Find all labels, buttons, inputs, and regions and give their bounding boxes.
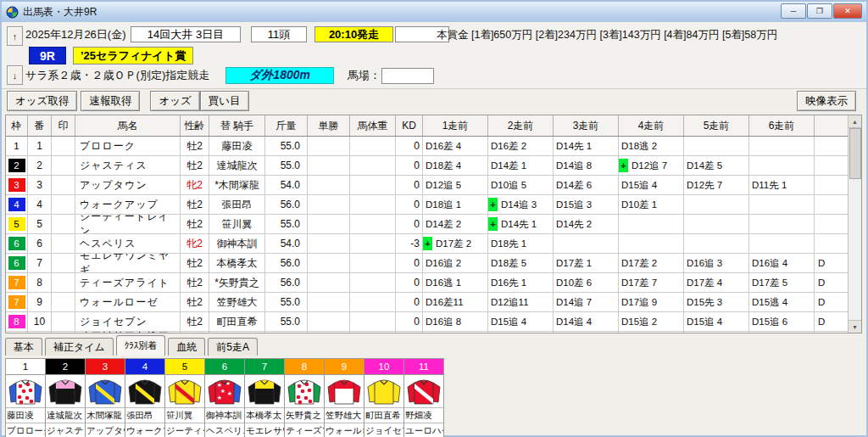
jockey-cell[interactable]: 町田直希 (209, 312, 265, 331)
jockey-cell[interactable]: 笹川翼 (209, 215, 265, 233)
past-run-cell-7[interactable]: D (815, 273, 849, 292)
silk-cell[interactable]: 9笠野雄大ウォールローゼ (324, 358, 364, 437)
past-run-cell-6[interactable] (749, 215, 815, 233)
past-run-cell-6[interactable] (749, 332, 815, 333)
past-run-cell-4[interactable]: +D12追 7 (619, 156, 684, 175)
horse-name-cell[interactable]: ジーティートレイン (75, 215, 181, 233)
past-run-cell-1[interactable]: D18先 7 (423, 332, 488, 333)
horse-name-cell[interactable]: ジョイセブン (75, 312, 181, 331)
table-row[interactable]: 811ユーロハートビート牡2*野畑凌55.00D18先 7D16追15D16先 … (6, 332, 861, 333)
past-run-cell-5[interactable]: D12先 7 (684, 176, 749, 194)
past-run-cell-5[interactable] (684, 234, 749, 253)
mark-cell[interactable] (52, 137, 75, 155)
past-run-cell-4[interactable]: D17差 7 (619, 273, 684, 292)
past-run-cell-3[interactable]: D14差 6 (554, 176, 619, 194)
jockey-cell[interactable]: *野畑凌 (209, 332, 265, 333)
table-row[interactable]: 11ブロローク牡2藤田凌55.00D16差 4D16差 2D14先 1D18逃 … (6, 137, 861, 156)
prev-race-button[interactable]: ↑ (7, 26, 23, 46)
past-run-cell-6[interactable] (749, 195, 815, 214)
past-run-cell-4[interactable]: D15追 2 (619, 312, 684, 331)
past-run-cell-3[interactable]: D14先 1 (554, 137, 619, 155)
past-run-cell-3[interactable]: D14追 8 (554, 156, 619, 175)
silk-cell[interactable]: 1藤田凌ブロローク (5, 358, 46, 437)
mark-cell[interactable] (52, 176, 75, 194)
past-run-cell-2[interactable]: D18差 5 (488, 254, 554, 272)
past-run-cell-7[interactable] (815, 332, 849, 333)
past-run-cell-2[interactable]: D16追15 (488, 332, 554, 333)
past-run-cell-6[interactable]: D11先 1 (749, 176, 815, 194)
jockey-cell[interactable]: 本橋孝太 (209, 254, 265, 272)
past-run-cell-2[interactable]: D14差 1 (488, 156, 554, 175)
table-row[interactable]: 79ウォールローゼ牡2笠野雄大55.00D16差11D12追11D14追 7D1… (6, 293, 861, 312)
mark-cell[interactable] (52, 254, 75, 272)
table-row[interactable]: 55ジーティートレイン牡2笹川翼55.00D14差 2+D14先 1D14先 2 (6, 215, 861, 234)
mark-cell[interactable] (52, 195, 75, 214)
past-run-cell-4[interactable]: D17差 2 (619, 254, 684, 272)
past-run-cell-3[interactable]: D16先 3 (554, 332, 619, 333)
past-run-cell-3[interactable] (554, 234, 619, 253)
past-run-cell-2[interactable]: +D14先 1 (488, 215, 554, 233)
past-run-cell-5[interactable]: D17差 4 (684, 273, 749, 292)
past-run-cell-3[interactable]: D14先 2 (554, 215, 619, 233)
horse-name-cell[interactable]: ジャスティス (75, 156, 181, 175)
past-run-cell-5[interactable] (684, 195, 749, 214)
silk-cell[interactable]: 11野畑凌ユーロハートビート (403, 358, 444, 437)
mark-cell[interactable] (52, 293, 75, 311)
past-run-cell-7[interactable] (815, 234, 849, 253)
mark-cell[interactable] (52, 156, 75, 175)
past-run-cell-4[interactable] (619, 234, 684, 253)
horse-name-cell[interactable]: ウォールローゼ (75, 293, 181, 311)
track-condition-field[interactable] (381, 68, 434, 84)
past-run-cell-6[interactable]: D16追 4 (749, 254, 815, 272)
table-row[interactable]: 22ジャスティス牡2達城龍次55.00D18差 4D14差 1D14追 8+D1… (6, 156, 861, 176)
jockey-cell[interactable]: 達城龍次 (209, 156, 265, 175)
maximize-button[interactable]: ❐ (807, 3, 832, 19)
past-run-cell-7[interactable]: D (815, 293, 849, 311)
silk-cell[interactable]: 10町田直希ジョイセブン (364, 358, 404, 437)
jockey-cell[interactable]: 藤田凌 (209, 137, 265, 155)
past-run-cell-5[interactable]: D15先 3 (684, 293, 749, 311)
silk-cell[interactable]: 5笹川翼ジーティートレイン (164, 358, 205, 437)
horse-name-cell[interactable]: ティーズアライト (75, 273, 181, 292)
past-run-cell-7[interactable] (815, 137, 849, 155)
table-row[interactable]: 67モエレサワンミヤギ牡2本橋孝太56.00D16追 2D18差 5D17差 1… (6, 254, 861, 273)
toolbar-button-3[interactable]: オッズ (150, 91, 199, 111)
horse-name-cell[interactable]: ユーロハートビート (75, 332, 181, 333)
past-run-cell-2[interactable]: D10追 5 (488, 176, 554, 194)
past-run-cell-1[interactable]: D18差 4 (423, 156, 488, 175)
minimize-button[interactable]: ─ (781, 3, 806, 19)
past-run-cell-1[interactable]: D18追 1 (423, 195, 488, 214)
past-run-cell-1[interactable]: D16追 8 (423, 312, 488, 331)
past-run-cell-4[interactable]: D18逃 2 (619, 137, 684, 155)
scroll-down-icon[interactable]: ▼ (849, 320, 861, 333)
past-run-cell-5[interactable] (684, 215, 749, 233)
past-run-cell-2[interactable]: D15追 4 (488, 312, 554, 331)
table-row[interactable]: 44ウォークアップ牡2張田昂56.00D18追 1+D14追 3D15追 3D1… (6, 195, 861, 215)
jockey-cell[interactable]: 御神本訓 (209, 234, 265, 253)
past-run-cell-5[interactable] (684, 137, 749, 155)
scrollbar-thumb[interactable] (849, 128, 861, 179)
vertical-scrollbar[interactable]: ▲ ▼ (848, 115, 861, 333)
past-run-cell-3[interactable]: D17差 1 (554, 254, 619, 272)
past-run-cell-3[interactable]: D14追 7 (554, 293, 619, 311)
past-run-cell-2[interactable]: D16先 1 (488, 273, 554, 292)
past-run-cell-6[interactable]: D15追 6 (749, 312, 815, 331)
mark-cell[interactable] (52, 273, 75, 292)
past-run-cell-5[interactable]: D14差 5 (684, 156, 749, 175)
jockey-cell[interactable]: 笠野雄大 (209, 293, 265, 311)
past-run-cell-5[interactable] (684, 332, 749, 333)
jockey-cell[interactable]: *木間塚龍 (209, 176, 265, 194)
past-run-cell-1[interactable]: D16差11 (423, 293, 488, 311)
silk-cell[interactable]: 3木間塚龍アップタウン (85, 358, 125, 437)
past-run-cell-4[interactable] (619, 215, 684, 233)
close-button[interactable]: ✕ (833, 3, 862, 19)
jockey-cell[interactable]: *矢野貴之 (209, 273, 265, 292)
past-run-cell-1[interactable]: +D17差 2 (423, 234, 488, 253)
silk-cell[interactable]: 8矢野貴之ティーズアライト (284, 358, 325, 437)
silk-cell[interactable]: 7本橋孝太モエレサワンミヤギ (244, 358, 285, 437)
horse-name-cell[interactable]: モエレサワンミヤギ (75, 254, 181, 272)
toolbar-button-2[interactable]: 速報取得 (81, 91, 140, 111)
past-run-cell-1[interactable]: D14差 2 (423, 215, 488, 233)
past-run-cell-6[interactable] (749, 234, 815, 253)
table-row[interactable]: 810ジョイセブン牡2町田直希55.00D16追 8D15追 4D14追 4D1… (6, 312, 861, 332)
